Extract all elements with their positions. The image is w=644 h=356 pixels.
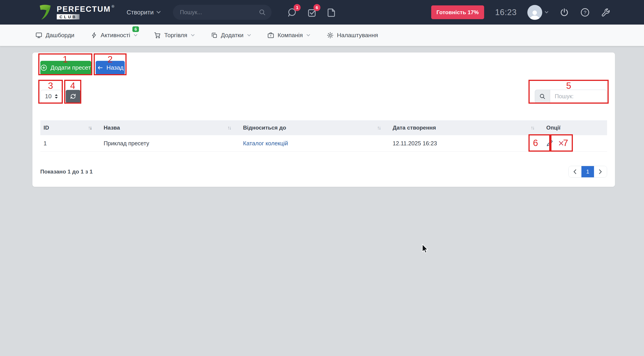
tools-wrench-button[interactable] <box>601 8 610 17</box>
nav-label: Налаштування <box>337 32 378 39</box>
avatar <box>527 5 542 20</box>
brand-logo[interactable]: PERFECTUM ® CLUB <box>38 4 114 21</box>
column-header-relates-to[interactable]: Відноситься до↑↓ <box>240 120 390 135</box>
brand-sub: CLUB <box>57 14 80 19</box>
column-header-id[interactable]: ID↑↓ <box>40 120 100 135</box>
refresh-icon <box>70 93 76 100</box>
chat-badge: 1 <box>294 4 300 11</box>
copy-icon <box>211 32 218 39</box>
arrow-left-icon <box>97 65 103 71</box>
add-preset-button[interactable]: Додати пресет <box>40 61 91 75</box>
cell-created: 12.11.2025 16:23 <box>389 135 543 152</box>
table-search-input[interactable] <box>550 90 607 103</box>
relates-to-link[interactable]: Каталог колекцій <box>243 140 288 146</box>
sort-icon[interactable]: ↑↓ <box>88 125 97 131</box>
sort-icon[interactable]: ↑↓ <box>228 125 236 131</box>
app-root: PERFECTUM ® CLUB Створити 1 <box>0 0 644 356</box>
main-content: Додати пресет Назад 10 <box>0 46 644 187</box>
cell-id: 1 <box>40 135 100 152</box>
nav-label: Активності <box>101 32 130 39</box>
plus-circle-icon <box>40 65 47 71</box>
chevron-down-icon <box>306 34 310 37</box>
nav-item-dashboards[interactable]: Дашборди <box>35 32 74 39</box>
clock: 16:23 <box>495 8 517 17</box>
table-header-row: ID↑↓ Назва↑↓ Відноситься до↑↓ Дата створ… <box>40 120 607 135</box>
presets-table: ID↑↓ Назва↑↓ Відноситься до↑↓ Дата створ… <box>40 120 607 152</box>
svg-text:?: ? <box>584 10 586 15</box>
chevron-down-icon <box>156 11 160 14</box>
create-menu[interactable]: Створити <box>126 9 160 16</box>
table-footer: Показано 1 до 1 з 1 1 <box>40 166 607 178</box>
logout-power-button[interactable] <box>560 8 569 17</box>
column-label: Відноситься до <box>243 125 286 131</box>
column-header-options: Опції <box>543 120 607 135</box>
help-button[interactable]: ? <box>580 8 590 17</box>
back-button[interactable]: Назад <box>96 61 125 75</box>
tasks-badge: 6 <box>314 4 320 11</box>
topbar-right: Готовність 17% 16:23 ? <box>431 5 644 20</box>
table-row: 1 Приклад пресету Каталог колекцій 12.11… <box>40 135 607 152</box>
pagination: 1 <box>568 166 607 178</box>
user-menu[interactable] <box>527 5 548 20</box>
delete-x-icon[interactable] <box>559 141 564 146</box>
nav-item-company[interactable]: Компанія <box>267 32 310 39</box>
column-header-name[interactable]: Назва↑↓ <box>100 120 240 135</box>
page-size-select[interactable]: 10 <box>40 90 62 103</box>
cell-name: Приклад пресету <box>100 135 240 152</box>
presets-card: Додати пресет Назад 10 <box>32 53 615 187</box>
global-search <box>173 5 272 20</box>
readiness-button[interactable]: Готовність 17% <box>431 6 484 19</box>
table-search <box>535 90 607 103</box>
chat-notifications-button[interactable]: 1 <box>287 8 297 17</box>
activities-badge: 6 <box>132 26 139 33</box>
cart-icon <box>154 32 161 39</box>
sort-icon[interactable]: ↑↓ <box>377 125 386 131</box>
chevron-down-icon <box>134 34 137 37</box>
search-icon <box>535 90 550 103</box>
cell-options <box>543 135 607 152</box>
prev-page-button[interactable] <box>568 166 582 178</box>
nav-item-addons[interactable]: Додатки <box>211 32 251 39</box>
tasks-button[interactable]: 6 <box>307 8 317 17</box>
column-label: Назва <box>104 125 120 131</box>
briefcase-icon <box>267 32 274 39</box>
brand-text: PERFECTUM ® CLUB <box>57 5 114 19</box>
nav-item-activities[interactable]: Активності 6 <box>91 32 137 39</box>
sort-icon[interactable]: ↑↓ <box>531 125 540 131</box>
nav-item-settings[interactable]: Налаштування <box>327 32 378 39</box>
lightning-icon <box>91 32 97 39</box>
nav-label: Додатки <box>221 32 244 39</box>
add-preset-label: Додати пресет <box>50 64 91 71</box>
nav-label: Дашборди <box>46 32 74 39</box>
create-menu-label: Створити <box>126 9 154 16</box>
results-summary: Показано 1 до 1 з 1 <box>40 169 93 175</box>
chevron-down-icon <box>545 11 548 14</box>
next-page-button[interactable] <box>594 166 607 178</box>
cell-relates-to: Каталог колекцій <box>240 135 390 152</box>
select-arrows-icon <box>54 94 58 99</box>
column-label: ID <box>44 125 49 131</box>
nav-label: Компанія <box>278 32 303 39</box>
mouse-cursor <box>422 244 430 254</box>
toolbar: Додати пресет Назад <box>40 61 607 75</box>
column-label: Дата створення <box>393 125 436 131</box>
gear-icon <box>327 32 334 39</box>
monitor-icon <box>35 32 42 39</box>
column-header-created[interactable]: Дата створення↑↓ <box>389 120 543 135</box>
registered-mark: ® <box>112 5 114 8</box>
top-bar: PERFECTUM ® CLUB Створити 1 <box>0 0 644 25</box>
global-search-input[interactable] <box>180 9 259 16</box>
column-label: Опції <box>546 125 560 131</box>
nav-item-trade[interactable]: Торгівля <box>154 32 195 39</box>
brand-mark-icon <box>38 4 53 21</box>
page-1-button[interactable]: 1 <box>582 166 594 178</box>
documents-button[interactable] <box>326 8 336 17</box>
chevron-down-icon <box>191 34 194 37</box>
refresh-button[interactable] <box>66 90 80 103</box>
nav-label: Торгівля <box>164 32 187 39</box>
table-controls: 10 <box>40 90 607 103</box>
chevron-down-icon <box>247 34 251 37</box>
brand-name: PERFECTUM <box>57 5 111 13</box>
edit-pencil-icon[interactable] <box>546 140 553 147</box>
page-size-value: 10 <box>45 93 52 100</box>
